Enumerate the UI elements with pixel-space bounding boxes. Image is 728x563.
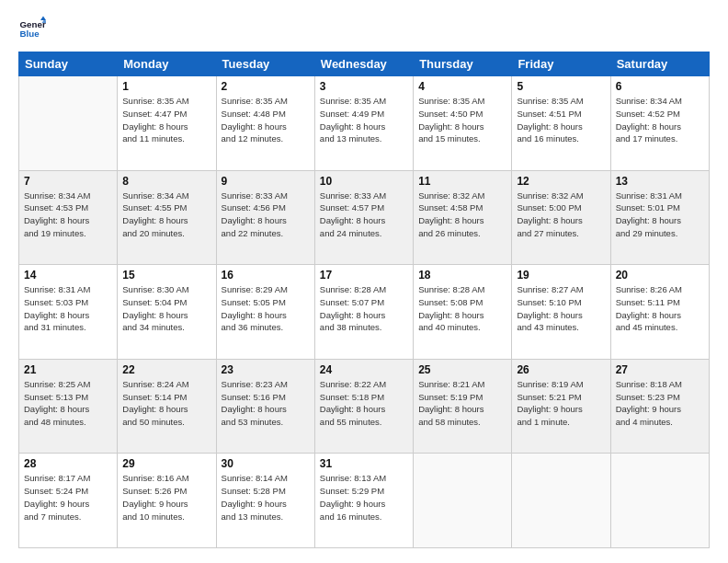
day-number: 22 [122,363,210,376]
day-number: 24 [320,363,408,376]
day-number: 7 [24,175,112,188]
day-number: 6 [616,80,704,93]
day-number: 13 [616,175,704,188]
day-number: 5 [517,80,605,93]
day-info: Sunrise: 8:21 AM Sunset: 5:19 PM Dayligh… [418,378,506,429]
calendar-cell: 17Sunrise: 8:28 AM Sunset: 5:07 PM Dayli… [314,265,413,360]
day-info: Sunrise: 8:25 AM Sunset: 5:13 PM Dayligh… [24,378,112,429]
day-number: 19 [517,269,605,282]
calendar-cell: 30Sunrise: 8:14 AM Sunset: 5:28 PM Dayli… [216,454,314,548]
day-info: Sunrise: 8:31 AM Sunset: 5:01 PM Dayligh… [616,190,704,240]
day-number: 18 [418,269,506,282]
day-number: 8 [122,175,210,188]
calendar-cell: 29Sunrise: 8:16 AM Sunset: 5:26 PM Dayli… [118,454,216,548]
day-number: 25 [418,363,506,376]
day-info: Sunrise: 8:34 AM Sunset: 4:52 PM Dayligh… [616,95,704,145]
day-number: 30 [222,457,310,470]
day-info: Sunrise: 8:13 AM Sunset: 5:29 PM Dayligh… [320,472,408,523]
page: General Blue SundayMondayTuesdayWednesda… [0,0,728,563]
day-info: Sunrise: 8:34 AM Sunset: 4:53 PM Dayligh… [24,190,112,240]
calendar-header: SundayMondayTuesdayWednesdayThursdayFrid… [19,52,710,76]
calendar-body: 1Sunrise: 8:35 AM Sunset: 4:47 PM Daylig… [19,76,710,548]
day-info: Sunrise: 8:23 AM Sunset: 5:16 PM Dayligh… [222,378,310,429]
weekday-header-tuesday: Tuesday [216,52,314,76]
day-info: Sunrise: 8:28 AM Sunset: 5:08 PM Dayligh… [418,283,506,334]
calendar-cell [19,76,118,171]
calendar-cell: 22Sunrise: 8:24 AM Sunset: 5:14 PM Dayli… [118,359,216,454]
calendar-week-row: 14Sunrise: 8:31 AM Sunset: 5:03 PM Dayli… [19,265,710,360]
calendar-cell [610,454,709,548]
calendar-cell: 25Sunrise: 8:21 AM Sunset: 5:19 PM Dayli… [414,359,512,454]
day-info: Sunrise: 8:16 AM Sunset: 5:26 PM Dayligh… [122,472,210,523]
calendar-cell: 24Sunrise: 8:22 AM Sunset: 5:18 PM Dayli… [314,359,413,454]
day-number: 20 [616,269,704,282]
day-number: 31 [320,457,408,470]
logo: General Blue [18,15,48,42]
calendar-cell: 12Sunrise: 8:32 AM Sunset: 5:00 PM Dayli… [512,170,610,265]
calendar-cell [414,454,512,548]
calendar-cell: 15Sunrise: 8:30 AM Sunset: 5:04 PM Dayli… [118,265,216,360]
day-info: Sunrise: 8:35 AM Sunset: 4:50 PM Dayligh… [418,95,506,145]
day-number: 10 [320,175,408,188]
weekday-header-row: SundayMondayTuesdayWednesdayThursdayFrid… [19,52,710,76]
calendar-cell: 27Sunrise: 8:18 AM Sunset: 5:23 PM Dayli… [610,359,709,454]
calendar-week-row: 1Sunrise: 8:35 AM Sunset: 4:47 PM Daylig… [19,76,710,171]
day-number: 21 [24,363,112,376]
calendar-cell: 10Sunrise: 8:33 AM Sunset: 4:57 PM Dayli… [314,170,413,265]
calendar-cell: 13Sunrise: 8:31 AM Sunset: 5:01 PM Dayli… [610,170,709,265]
day-info: Sunrise: 8:35 AM Sunset: 4:47 PM Dayligh… [122,95,210,145]
calendar-cell: 9Sunrise: 8:33 AM Sunset: 4:56 PM Daylig… [216,170,314,265]
day-info: Sunrise: 8:14 AM Sunset: 5:28 PM Dayligh… [222,472,310,523]
day-info: Sunrise: 8:18 AM Sunset: 5:23 PM Dayligh… [616,378,704,429]
day-info: Sunrise: 8:32 AM Sunset: 5:00 PM Dayligh… [517,190,605,240]
day-number: 4 [418,80,506,93]
calendar-cell: 31Sunrise: 8:13 AM Sunset: 5:29 PM Dayli… [314,454,413,548]
day-number: 9 [222,175,310,188]
day-number: 16 [222,269,310,282]
calendar-cell: 18Sunrise: 8:28 AM Sunset: 5:08 PM Dayli… [414,265,512,360]
day-info: Sunrise: 8:19 AM Sunset: 5:21 PM Dayligh… [517,378,605,429]
weekday-header-saturday: Saturday [610,52,709,76]
calendar-cell: 3Sunrise: 8:35 AM Sunset: 4:49 PM Daylig… [314,76,413,171]
calendar-week-row: 28Sunrise: 8:17 AM Sunset: 5:24 PM Dayli… [19,454,710,548]
weekday-header-thursday: Thursday [414,52,512,76]
weekday-header-monday: Monday [118,52,216,76]
day-number: 14 [24,269,112,282]
calendar-cell: 26Sunrise: 8:19 AM Sunset: 5:21 PM Dayli… [512,359,610,454]
day-info: Sunrise: 8:31 AM Sunset: 5:03 PM Dayligh… [24,283,112,334]
day-number: 3 [320,80,408,93]
day-number: 15 [122,269,210,282]
calendar-week-row: 21Sunrise: 8:25 AM Sunset: 5:13 PM Dayli… [19,359,710,454]
day-info: Sunrise: 8:35 AM Sunset: 4:51 PM Dayligh… [517,95,605,145]
svg-text:General: General [20,19,47,29]
day-info: Sunrise: 8:17 AM Sunset: 5:24 PM Dayligh… [24,472,112,523]
calendar-week-row: 7Sunrise: 8:34 AM Sunset: 4:53 PM Daylig… [19,170,710,265]
logo-icon: General Blue [18,15,46,42]
calendar-cell: 14Sunrise: 8:31 AM Sunset: 5:03 PM Dayli… [19,265,118,360]
day-info: Sunrise: 8:26 AM Sunset: 5:11 PM Dayligh… [616,283,704,334]
weekday-header-wednesday: Wednesday [314,52,413,76]
day-number: 17 [320,269,408,282]
day-info: Sunrise: 8:24 AM Sunset: 5:14 PM Dayligh… [122,378,210,429]
svg-text:Blue: Blue [20,29,40,39]
calendar-cell: 5Sunrise: 8:35 AM Sunset: 4:51 PM Daylig… [512,76,610,171]
day-number: 11 [418,175,506,188]
day-number: 1 [122,80,210,93]
calendar-cell: 20Sunrise: 8:26 AM Sunset: 5:11 PM Dayli… [610,265,709,360]
day-info: Sunrise: 8:34 AM Sunset: 4:55 PM Dayligh… [122,190,210,240]
calendar-cell: 6Sunrise: 8:34 AM Sunset: 4:52 PM Daylig… [610,76,709,171]
svg-marker-2 [40,17,46,21]
day-info: Sunrise: 8:35 AM Sunset: 4:48 PM Dayligh… [222,95,310,145]
header: General Blue [18,15,710,42]
day-info: Sunrise: 8:27 AM Sunset: 5:10 PM Dayligh… [517,283,605,334]
day-info: Sunrise: 8:22 AM Sunset: 5:18 PM Dayligh… [320,378,408,429]
calendar-cell: 23Sunrise: 8:23 AM Sunset: 5:16 PM Dayli… [216,359,314,454]
day-number: 12 [517,175,605,188]
calendar-cell: 28Sunrise: 8:17 AM Sunset: 5:24 PM Dayli… [19,454,118,548]
day-number: 29 [122,457,210,470]
day-info: Sunrise: 8:28 AM Sunset: 5:07 PM Dayligh… [320,283,408,334]
day-info: Sunrise: 8:32 AM Sunset: 4:58 PM Dayligh… [418,190,506,240]
day-number: 2 [222,80,310,93]
day-number: 26 [517,363,605,376]
day-number: 23 [222,363,310,376]
